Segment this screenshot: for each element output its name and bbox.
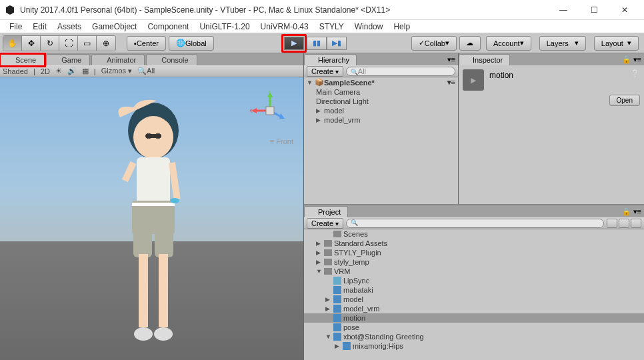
scene-viewport[interactable]: y x ≡ Front [0,77,303,360]
pause-button[interactable]: ▮▮ [307,37,327,50]
project-item[interactable]: pose [304,323,644,332]
save-icon[interactable] [631,219,641,228]
scale-tool-button[interactable]: ⛶ [59,36,78,51]
open-button[interactable]: Open [609,95,640,106]
view-label: ≡ Front [270,137,293,145]
hierarchy-create-button[interactable]: Create ▾ [307,66,343,77]
svg-marker-19 [267,92,273,97]
pivot-global-button[interactable]: 🌐 Global [169,36,214,51]
project-item[interactable]: mabataki [304,285,644,295]
project-item[interactable]: ▶Standard Assets [304,239,644,248]
scene-toolbar: Shaded | 2D ☀ 🔊 ▦ | Gizmos ▾ 🔍All [0,65,303,77]
menu-file[interactable]: File [4,21,27,33]
rect-tool-button[interactable]: ▭ [78,36,97,51]
tab-inspector[interactable]: Inspector [459,54,510,65]
collab-button[interactable]: ✓ Collab ▾ [411,36,457,51]
account-button[interactable]: Account ▾ [486,36,531,51]
menu-component[interactable]: Component [142,21,194,33]
svg-rect-12 [159,254,168,327]
project-item[interactable]: ▶model [304,295,644,304]
svg-point-14 [154,327,173,341]
svg-rect-9 [133,231,152,257]
menu-gameobject[interactable]: GameObject [87,21,142,33]
minimize-button[interactable]: — [548,0,579,20]
hierarchy-item[interactable]: ▶model_vrm [304,115,458,125]
project-item[interactable]: ▶STYLY_Plugin [304,248,644,257]
hierarchy-item[interactable]: Main Camera [304,87,458,97]
menubar: File Edit Assets GameObject Component Un… [0,20,644,33]
svg-rect-3 [145,134,161,138]
help-icon[interactable]: ❔ [631,69,640,78]
menu-help[interactable]: Help [388,21,415,33]
project-item[interactable]: ▼xbot@Standing Greeting [304,332,644,341]
maximize-button[interactable]: ☐ [579,0,609,20]
step-button[interactable]: ▶▮ [327,37,347,50]
tab-project[interactable]: Project [304,206,348,217]
light-toggle[interactable]: ☀ [55,67,62,75]
2d-toggle[interactable]: 2D [41,67,50,75]
tab-hierarchy[interactable]: Hierarchy [304,54,357,65]
play-button[interactable]: ▶ [284,37,304,50]
close-button[interactable]: ✕ [609,0,640,20]
fx-toggle[interactable]: ▦ [82,67,89,75]
orientation-gizmo[interactable]: y x [250,91,290,131]
pivot-center-button[interactable]: ▪ Center [127,36,166,51]
inspector-panel: Inspector🔒 ▾≡ ▶ motion ❔ Open [459,53,644,204]
transform-tool-button[interactable]: ⊕ [97,36,115,51]
gizmos-dropdown[interactable]: Gizmos ▾ [101,67,132,75]
svg-text:y: y [268,91,272,92]
svg-marker-25 [279,113,285,119]
hierarchy-item[interactable]: Directional Light [304,97,458,106]
menu-assets[interactable]: Assets [52,21,87,33]
project-item[interactable]: ▼VRM [304,267,644,276]
svg-rect-16 [122,161,137,182]
asset-type-icon: ▶ [463,69,484,91]
project-item[interactable]: motion [304,313,644,323]
tab-scene[interactable]: Scene [0,54,45,65]
svg-point-13 [134,327,153,341]
filter-icon[interactable] [607,219,617,228]
menu-univrm[interactable]: UniVRM-0.43 [255,21,314,33]
svg-rect-26 [266,107,274,115]
svg-rect-10 [155,231,173,257]
svg-rect-8 [132,203,175,206]
hierarchy-tree[interactable]: ▼📦 SampleScene*▾≡ Main Camera Directiona… [304,77,458,204]
layout-button[interactable]: Layout ▾ [594,36,639,51]
scene-search[interactable]: 🔍All [137,67,155,75]
svg-rect-6 [137,157,170,204]
project-search[interactable]: 🔍 [346,219,604,228]
hand-tool-button[interactable]: ✋ [3,36,22,51]
audio-toggle[interactable]: 🔊 [67,67,77,75]
menu-styly[interactable]: STYLY [314,21,349,33]
scene-panel: Scene Game Animator Console Shaded | 2D … [0,53,304,360]
unity-logo-icon [4,4,16,16]
tab-game[interactable]: Game [46,54,90,65]
layers-button[interactable]: Layers ▾ [539,36,586,51]
project-create-button[interactable]: Create ▾ [307,218,343,229]
project-item[interactable]: ▶mixamorig:Hips [304,341,644,351]
toolbar: ✋ ✥ ↻ ⛶ ▭ ⊕ ▪ Center 🌐 Global ▶ ▮▮ ▶▮ ✓ … [0,33,644,53]
asset-name: motion [489,69,625,80]
project-tree[interactable]: Scenes▶Standard Assets▶STYLY_Plugin▶styl… [304,229,644,360]
move-tool-button[interactable]: ✥ [22,36,41,51]
tab-animator[interactable]: Animator [91,54,145,65]
rotate-tool-button[interactable]: ↻ [41,36,59,51]
menu-edit[interactable]: Edit [27,21,52,33]
svg-rect-11 [139,254,148,327]
window-title: Unity 2017.4.0f1 Personal (64bit) - Samp… [20,5,548,15]
cloud-button[interactable]: ☁ [459,36,481,51]
project-item[interactable]: ▶model_vrm [304,304,644,313]
project-item[interactable]: ▶styly_temp [304,257,644,267]
hierarchy-search[interactable]: 🔍All [346,67,455,76]
hierarchy-item[interactable]: ▶model [304,106,458,115]
tab-console[interactable]: Console [146,54,197,65]
shading-mode[interactable]: Shaded [3,67,28,75]
scene-root[interactable]: ▼📦 SampleScene*▾≡ [304,77,458,87]
project-item[interactable]: LipSync [304,276,644,285]
menu-unigltf[interactable]: UniGLTF-1.20 [194,21,255,33]
svg-point-17 [170,198,179,203]
menu-window[interactable]: Window [349,21,389,33]
hierarchy-panel: Hierarchy▾≡ Create ▾ 🔍All ▼📦 SampleScene… [304,53,459,204]
fav-icon[interactable] [619,219,629,228]
project-item[interactable]: Scenes [304,229,644,239]
